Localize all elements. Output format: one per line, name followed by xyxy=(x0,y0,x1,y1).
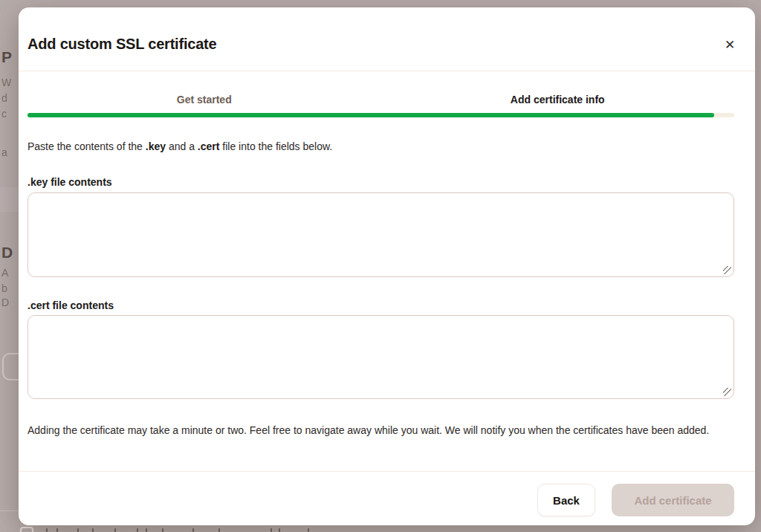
background-glimpse-fragment xyxy=(77,528,79,532)
background-glimpse-fragment xyxy=(114,528,116,532)
cert-file-label: .cert file contents xyxy=(27,299,114,311)
background-glimpse-fragment xyxy=(46,528,48,532)
background-glimpse-fragment xyxy=(162,528,163,532)
key-file-field xyxy=(27,192,734,277)
background-glimpse-fragment xyxy=(271,528,272,532)
step-indicator: Get started Add certificate info xyxy=(27,94,734,106)
progress-bar-fill xyxy=(27,113,714,117)
footer-divider xyxy=(19,471,755,472)
add-ssl-certificate-dialog: Add custom SSL certificate ✕ Get started… xyxy=(19,7,755,525)
back-button[interactable]: Back xyxy=(537,484,595,516)
background-glimpse-fragment xyxy=(146,528,147,532)
background-glimpse-text: P xyxy=(1,49,12,65)
dialog-title: Add custom SSL certificate xyxy=(27,36,217,53)
background-glimpse-text: b xyxy=(1,283,7,293)
step-add-certificate-info: Add certificate info xyxy=(381,94,735,106)
step-get-started[interactable]: Get started xyxy=(27,94,381,106)
background-divider xyxy=(0,510,19,511)
background-glimpse-text: D xyxy=(1,297,9,308)
resize-handle-icon[interactable] xyxy=(723,388,731,396)
background-glimpse-fragment xyxy=(218,528,220,532)
background-glimpse-fragment xyxy=(192,528,194,532)
cert-file-textarea[interactable] xyxy=(27,315,734,399)
progress-bar xyxy=(27,113,734,117)
background-glimpse-text: W xyxy=(1,77,11,88)
cert-file-field xyxy=(27,315,734,399)
background-section-band xyxy=(0,187,19,212)
key-file-label: .key file contents xyxy=(27,176,112,188)
key-file-textarea[interactable] xyxy=(27,192,734,277)
background-glimpse-text: c xyxy=(1,108,7,119)
background-glimpse-fragment xyxy=(92,528,94,532)
background-glimpse-fragment xyxy=(279,528,280,532)
background-glimpse-fragment xyxy=(56,528,58,532)
background-glimpse-text: a xyxy=(1,147,7,158)
intro-text: Paste the contents of the .key and a .ce… xyxy=(27,140,734,152)
background-glimpse-fragment xyxy=(137,528,138,532)
header-divider xyxy=(19,71,755,71)
background-glimpse-text: A xyxy=(1,267,8,278)
close-icon[interactable]: ✕ xyxy=(717,33,742,58)
background-checkbox xyxy=(20,527,33,532)
background-glimpse-fragment xyxy=(308,528,309,532)
resize-handle-icon[interactable] xyxy=(723,266,731,274)
background-glimpse-text: D xyxy=(1,244,13,260)
background-glimpse-text: d xyxy=(1,93,7,103)
helper-text: Adding the certificate may take a minute… xyxy=(27,422,734,438)
add-certificate-button[interactable]: Add certificate xyxy=(612,484,734,516)
